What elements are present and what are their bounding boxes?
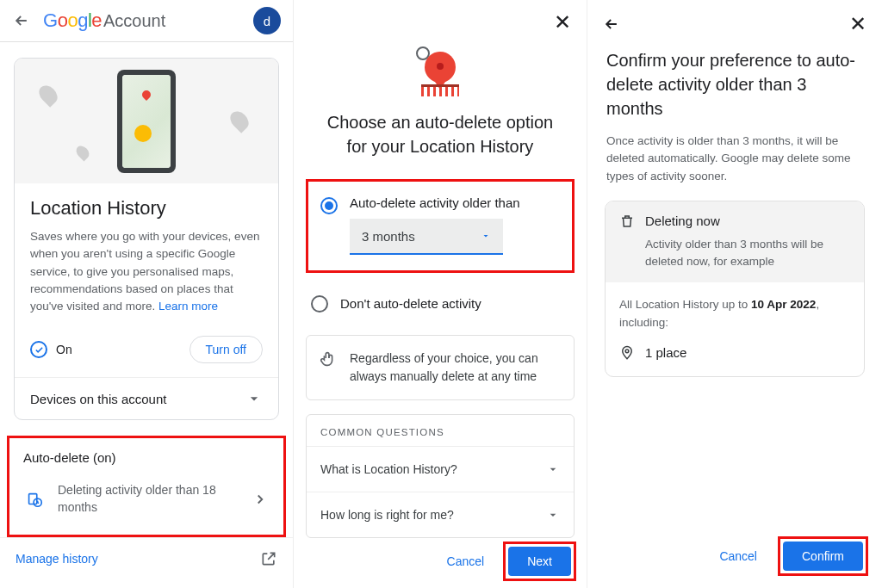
deleting-now-sub: Activity older than 3 months will be del… [619,236,850,271]
radio-selected-icon [320,197,338,214]
status-row: On Turn off [15,322,278,377]
highlight-box: Next [503,542,576,581]
learn-more-link[interactable]: Learn more [158,300,218,313]
caret-down-icon [546,508,560,522]
place-row: 1 place [619,345,850,361]
dialog-title: Choose an auto-delete option for your Lo… [294,105,587,167]
faq-header: COMMON QUESTIONS [307,427,574,446]
duration-dropdown[interactable]: 3 months [350,219,503,255]
location-pin-icon [619,345,635,361]
faq-section: COMMON QUESTIONS What is Location Histor… [306,414,575,538]
turn-off-button[interactable]: Turn off [189,336,263,363]
svg-point-2 [625,350,629,353]
chevron-right-icon [252,492,268,507]
check-icon [30,341,47,358]
option-auto-delete[interactable]: Auto-delete activity older than 3 months [315,192,565,258]
avatar[interactable]: d [253,7,281,34]
deleting-now-label: Deleting now [645,214,720,228]
auto-delete-title: Auto-delete (on) [23,450,270,465]
auto-delete-option: Auto-delete activity older than 3 months [306,179,575,273]
manual-delete-note: Regardless of your choice, you can alway… [306,335,575,400]
settings-panel: GoogleAccount d Location History Saves w… [0,0,294,588]
auto-delete-icon [25,490,44,509]
devices-row[interactable]: Devices on this account [15,377,278,419]
option-label: Don't auto-delete activity [340,296,481,311]
status-label: On [56,343,72,356]
back-icon[interactable] [12,11,31,30]
card-title: Location History [30,197,263,220]
dialog-hero-icon [294,45,587,105]
faq-item[interactable]: How long is right for me? [307,492,574,537]
manage-history-label: Manage history [16,552,98,566]
deletion-summary-card: Deleting now Activity older than 3 month… [605,201,865,377]
confirm-description: Once activity is older than 3 months, it… [587,133,882,201]
auto-delete-section[interactable]: Auto-delete (on) Deleting activity older… [7,436,286,537]
caret-down-icon [481,231,491,241]
place-count: 1 place [645,345,686,360]
google-logo: GoogleAccount [43,9,165,32]
auto-delete-text: Deleting activity older than 18 months [58,482,239,516]
radio-unselected-icon [311,295,328,313]
close-icon[interactable]: ✕ [554,10,571,34]
trash-icon [619,214,635,229]
external-link-icon [260,550,277,567]
chevron-down-icon [245,390,263,407]
faq-item[interactable]: What is Location History? [307,446,574,492]
devices-label: Devices on this account [30,392,166,406]
dropdown-value: 3 months [362,229,415,244]
next-button[interactable]: Next [508,547,571,576]
caret-down-icon [546,462,560,476]
touch-icon [319,350,338,368]
confirm-button[interactable]: Confirm [783,542,863,571]
option-label: Auto-delete activity older than [350,195,560,210]
dialog-actions: Cancel Next [433,542,576,581]
auto-delete-dialog: ✕ Choose an auto-delete option for your … [294,0,587,588]
cancel-button[interactable]: Cancel [705,541,771,572]
confirm-dialog: ✕ Confirm your preference to auto-delete… [587,0,882,588]
manage-history-row[interactable]: Manage history [0,537,293,579]
faq-question: How long is right for me? [320,508,454,522]
option-dont-delete[interactable]: Don't auto-delete activity [294,285,587,321]
dialog-actions: Cancel Confirm [705,536,868,576]
back-icon[interactable] [603,15,620,33]
close-icon[interactable]: ✕ [849,12,866,36]
confirm-title: Confirm your preference to auto-delete a… [587,48,882,133]
deleting-now-row: Deleting now [619,214,850,229]
deletion-info: All Location History up to 10 Apr 2022, … [619,296,850,331]
card-description: Saves where you go with your devices, ev… [30,228,263,315]
highlight-box: Confirm [778,536,868,576]
header: GoogleAccount d [0,0,293,41]
cancel-button[interactable]: Cancel [433,546,499,577]
hero-image [15,59,278,183]
faq-question: What is Location History? [320,462,457,476]
location-history-card: Location History Saves where you go with… [14,58,279,420]
note-text: Regardless of your choice, you can alway… [350,350,562,386]
